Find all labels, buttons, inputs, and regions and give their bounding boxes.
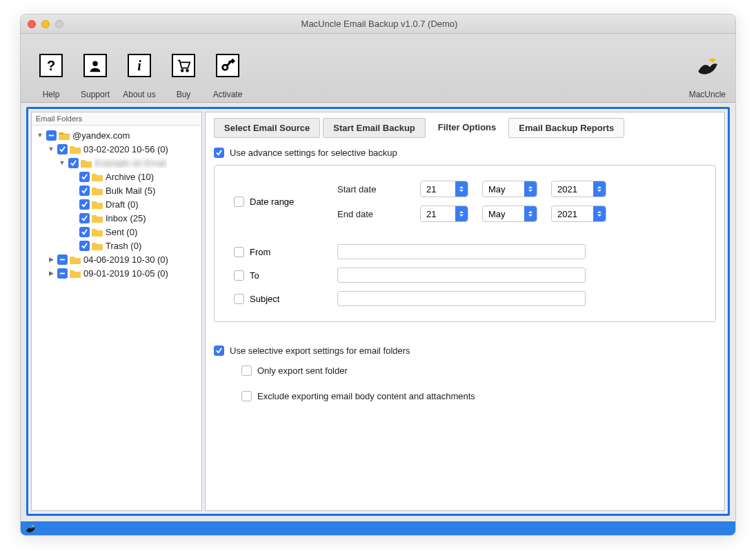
end-month-select[interactable]: May	[482, 206, 537, 222]
cart-icon	[172, 54, 195, 77]
subject-input[interactable]	[337, 291, 586, 306]
toolbar-label: Help	[43, 90, 60, 99]
main-panel: Select Email Source Start Email Backup F…	[205, 112, 725, 511]
toolbar-support[interactable]: Support	[73, 54, 117, 99]
tree-row[interactable]: ▶ 09-01-2019 10-05 (0)	[34, 266, 199, 280]
svg-rect-6	[60, 259, 65, 260]
toolbar-label: Buy	[177, 90, 191, 99]
tree-row[interactable]: ▼ Example de Email	[34, 156, 199, 170]
stepper-icon	[455, 181, 468, 197]
selective-sub-options: Only export sent folder Exclude exportin…	[241, 365, 716, 401]
zoom-window-button[interactable]	[55, 20, 63, 28]
brand-label: MacUncle	[689, 90, 726, 99]
to-label: To	[250, 270, 259, 281]
only-sent-checkbox[interactable]	[241, 365, 252, 376]
disclosure-icon[interactable]: ▼	[36, 132, 44, 139]
tree-row[interactable]: Inbox (25)	[34, 211, 199, 225]
checkbox[interactable]	[79, 241, 90, 251]
end-year-select[interactable]: 2021	[551, 206, 606, 222]
tree-row[interactable]: Bulk Mail (5)	[34, 183, 199, 197]
toolbar-brand[interactable]: MacUncle	[689, 54, 726, 99]
subject-checkbox[interactable]	[234, 294, 244, 304]
key-icon	[216, 54, 239, 77]
close-window-button[interactable]	[28, 20, 36, 28]
disclosure-icon[interactable]: ▶	[47, 270, 55, 277]
selective-export-row[interactable]: Use selective export settings for email …	[214, 345, 716, 356]
window-controls	[28, 20, 63, 28]
toolbar-help[interactable]: ? Help	[29, 54, 73, 99]
checkbox-mixed[interactable]	[57, 268, 68, 279]
start-month-select[interactable]: May	[482, 181, 537, 197]
date-range-label: Date range	[250, 197, 294, 207]
tree-label: Sent (0)	[106, 227, 137, 237]
date-grid: Start date 21 May 2021 End date 21 May 2…	[337, 181, 696, 222]
start-year-select[interactable]: 2021	[551, 181, 606, 197]
disclosure-icon[interactable]: ▼	[47, 146, 55, 152]
subject-row: Subject	[234, 291, 696, 306]
filter-box: Date range Start date 21 May 2021 End da…	[214, 165, 716, 322]
start-date-label: Start date	[337, 184, 406, 194]
stepper-icon	[593, 206, 606, 221]
tab-select-source[interactable]: Select Email Source	[214, 118, 320, 138]
tree-row-root[interactable]: ▼ @yandex.com	[34, 128, 199, 142]
checkbox[interactable]	[79, 213, 90, 223]
subject-label: Subject	[250, 294, 279, 304]
checkbox[interactable]	[79, 172, 90, 182]
checkbox[interactable]	[79, 199, 90, 210]
tab-backup-reports[interactable]: Email Backup Reports	[508, 118, 624, 138]
exclude-body-label: Exclude exporting email body content and…	[257, 391, 475, 401]
checkbox-mixed[interactable]	[46, 130, 57, 141]
checkbox-mixed[interactable]	[57, 254, 68, 265]
tree-row[interactable]: ▶ 04-06-2019 10-30 (0)	[34, 252, 199, 266]
tree-row[interactable]: Draft (0)	[34, 197, 199, 211]
folder-icon	[81, 159, 92, 168]
disclosure-icon[interactable]: ▼	[58, 159, 66, 166]
start-day-select[interactable]: 21	[420, 181, 468, 197]
end-day-select[interactable]: 21	[420, 206, 468, 222]
checkbox[interactable]	[68, 158, 79, 168]
main-frame: Email Folders ▼ @yandex.com ▼ 03-02-	[26, 107, 730, 516]
exclude-body-checkbox[interactable]	[241, 391, 252, 401]
tree-label: 09-01-2019 10-05 (0)	[83, 268, 168, 279]
toolbar-buy[interactable]: Buy	[161, 54, 206, 99]
to-checkbox[interactable]	[234, 270, 244, 281]
from-input[interactable]	[337, 244, 586, 259]
window-title: MacUncle Email Backup v1.0.7 (Demo)	[63, 19, 695, 29]
tree-row[interactable]: Sent (0)	[34, 225, 199, 239]
date-range-row: Date range Start date 21 May 2021 End da…	[234, 181, 696, 222]
folder-icon	[59, 131, 70, 140]
advance-settings-row[interactable]: Use advance settings for selective backu…	[214, 148, 716, 158]
tree-row[interactable]: Trash (0)	[34, 239, 199, 252]
toolbar-activate[interactable]: Activate	[206, 54, 250, 99]
from-checkbox[interactable]	[234, 247, 244, 257]
tree-row[interactable]: ▼ 03-02-2020 10-56 (0)	[34, 142, 199, 156]
person-icon	[83, 54, 107, 77]
from-row: From	[234, 244, 696, 259]
stepper-icon	[524, 206, 537, 221]
tab-start-backup[interactable]: Start Email Backup	[323, 118, 426, 138]
minimize-window-button[interactable]	[41, 20, 50, 28]
folder-icon	[92, 172, 103, 181]
selective-export-checkbox[interactable]	[214, 345, 224, 356]
to-input[interactable]	[337, 268, 586, 283]
only-sent-label: Only export sent folder	[257, 365, 348, 376]
folder-icon	[92, 186, 103, 195]
date-range-checkbox[interactable]	[234, 197, 244, 207]
advance-settings-checkbox[interactable]	[214, 148, 224, 158]
advance-settings-label: Use advance settings for selective backu…	[230, 148, 397, 158]
only-sent-row[interactable]: Only export sent folder	[241, 365, 716, 376]
end-date-label: End date	[337, 209, 406, 219]
stepper-icon	[455, 206, 468, 221]
folder-icon	[70, 255, 81, 264]
svg-rect-5	[49, 134, 54, 136]
checkbox[interactable]	[79, 186, 90, 196]
toolbar-about[interactable]: i About us	[117, 54, 161, 99]
checkbox[interactable]	[79, 227, 90, 237]
disclosure-icon[interactable]: ▶	[47, 256, 55, 263]
svg-point-2	[181, 70, 183, 72]
tree-row[interactable]: Archive (10)	[34, 170, 199, 183]
checkbox[interactable]	[57, 144, 68, 154]
tab-filter-options[interactable]: Filter Options	[428, 118, 506, 138]
tree-label: @yandex.com	[72, 130, 130, 141]
exclude-body-row[interactable]: Exclude exporting email body content and…	[241, 391, 716, 401]
